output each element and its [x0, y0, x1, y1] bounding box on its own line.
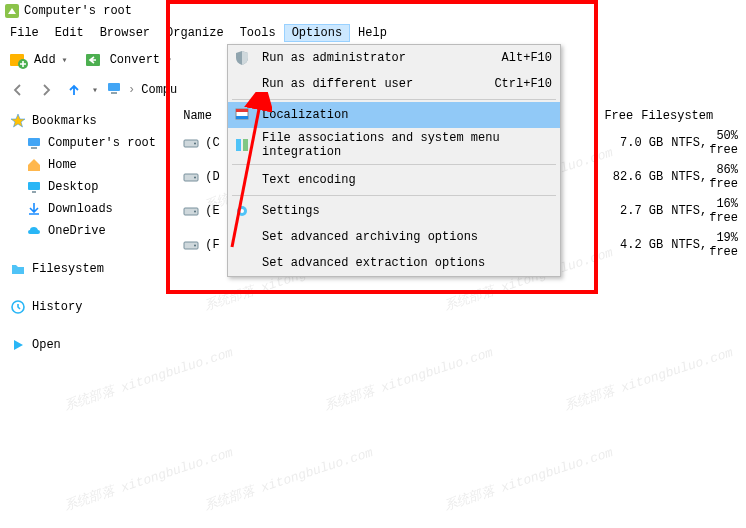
cell-fs: NTFS,	[663, 204, 709, 218]
sidebar-filesystem[interactable]: Filesystem	[10, 258, 165, 280]
sidebar-item-label: Desktop	[48, 180, 98, 194]
assoc-icon	[232, 135, 252, 155]
cloud-icon	[26, 223, 42, 239]
svg-rect-7	[31, 147, 37, 149]
sidebar-item-computers-root[interactable]: Computer's root	[10, 132, 165, 154]
menu-item-run-as-administrator[interactable]: Run as administratorAlt+F10	[228, 45, 560, 71]
watermark: 系统部落 xitongbuluo.com	[202, 443, 376, 515]
download-icon	[26, 201, 42, 217]
svg-point-16	[194, 211, 196, 213]
menu-options[interactable]: Options	[284, 24, 350, 42]
menu-separator	[232, 164, 556, 165]
desktop-icon	[26, 179, 42, 195]
menu-help[interactable]: Help	[350, 24, 395, 42]
chevron-down-icon[interactable]: ▾	[92, 84, 98, 96]
menu-separator	[232, 99, 556, 100]
menu-item-run-as-different-user[interactable]: Run as different userCtrl+F10	[228, 71, 560, 97]
svg-rect-21	[236, 116, 248, 119]
add-button[interactable]: Add ▾	[8, 50, 68, 70]
menu-item-shortcut: Alt+F10	[502, 51, 552, 65]
sidebar-bookmarks-label: Bookmarks	[32, 114, 97, 128]
menu-bar: File Edit Browser Organize Tools Options…	[0, 22, 746, 44]
sidebar-item-desktop[interactable]: Desktop	[10, 176, 165, 198]
cell-pct: 19% free	[709, 231, 738, 259]
menu-item-text-encoding[interactable]: Text encoding	[228, 167, 560, 193]
computer-icon	[106, 80, 122, 100]
up-button[interactable]	[64, 80, 84, 100]
svg-point-14	[194, 177, 196, 179]
menu-browser[interactable]: Browser	[92, 24, 158, 42]
menu-item-label: File associations and system menu integr…	[262, 131, 552, 159]
sidebar-history[interactable]: History	[10, 296, 165, 318]
svg-rect-20	[236, 109, 248, 112]
drive-icon	[183, 237, 199, 253]
cell-free: 2.7 GB	[607, 204, 663, 218]
sidebar-item-label: OneDrive	[48, 224, 106, 238]
svg-rect-23	[243, 139, 248, 151]
sidebar-bookmarks[interactable]: Bookmarks	[10, 110, 165, 132]
app-icon	[4, 3, 20, 19]
menu-organize[interactable]: Organize	[158, 24, 232, 42]
sidebar-open[interactable]: Open	[10, 334, 165, 356]
back-button[interactable]	[8, 80, 28, 100]
svg-rect-8	[28, 182, 40, 190]
svg-rect-4	[108, 83, 120, 91]
cell-pct: 86% free	[709, 163, 738, 191]
add-label: Add	[34, 53, 56, 67]
watermark: 系统部落 xitongbuluo.com	[442, 443, 616, 515]
col-free[interactable]: Free	[591, 109, 633, 123]
sidebar-item-label: Downloads	[48, 202, 113, 216]
sidebar-item-label: Computer's root	[48, 136, 156, 150]
chevron-down-icon: ▾	[166, 54, 172, 66]
window-title: Computer's root	[24, 4, 132, 18]
chevron-down-icon: ▾	[62, 54, 68, 66]
drive-icon	[183, 169, 199, 185]
blank-icon	[232, 74, 252, 94]
cell-pct: 16% free	[709, 197, 738, 225]
breadcrumb[interactable]: › Compu	[106, 80, 177, 100]
sidebar-item-label: Home	[48, 158, 77, 172]
blank-icon	[232, 227, 252, 247]
svg-point-25	[240, 209, 244, 213]
cell-fs: NTFS,	[663, 170, 709, 184]
breadcrumb-label: Compu	[141, 83, 177, 97]
play-icon	[10, 337, 26, 353]
gear-icon	[232, 201, 252, 221]
menu-item-set-advanced-archiving-options[interactable]: Set advanced archiving options	[228, 224, 560, 250]
menu-separator	[232, 195, 556, 196]
convert-label: Convert	[110, 53, 160, 67]
menu-item-label: Run as administrator	[262, 51, 492, 65]
menu-item-label: Settings	[262, 204, 552, 218]
menu-item-label: Set advanced extraction options	[262, 256, 552, 270]
folder-icon	[10, 261, 26, 277]
computer-icon	[26, 135, 42, 151]
menu-item-set-advanced-extraction-options[interactable]: Set advanced extraction options	[228, 250, 560, 276]
shield-icon	[232, 48, 252, 68]
menu-item-localization[interactable]: Localization	[228, 102, 560, 128]
cell-free: 7.0 GB	[607, 136, 663, 150]
menu-edit[interactable]: Edit	[47, 24, 92, 42]
blank-icon	[232, 170, 252, 190]
blank-icon	[232, 253, 252, 273]
menu-item-label: Text encoding	[262, 173, 552, 187]
sidebar-history-label: History	[32, 300, 82, 314]
convert-button[interactable]: Convert ▾	[84, 50, 172, 70]
title-bar: Computer's root	[0, 0, 746, 22]
convert-icon	[84, 50, 104, 70]
sidebar-item-home[interactable]: Home	[10, 154, 165, 176]
menu-item-settings[interactable]: Settings	[228, 198, 560, 224]
sidebar-item-downloads[interactable]: Downloads	[10, 198, 165, 220]
history-icon	[10, 299, 26, 315]
sidebar: Bookmarks Computer's root Home Desktop D…	[0, 104, 175, 378]
cell-fs: NTFS,	[663, 238, 709, 252]
menu-file[interactable]: File	[2, 24, 47, 42]
drive-icon	[183, 203, 199, 219]
sidebar-filesystem-label: Filesystem	[32, 262, 104, 276]
menu-item-file-associations-and-system-menu-integration[interactable]: File associations and system menu integr…	[228, 128, 560, 162]
menu-tools[interactable]: Tools	[232, 24, 284, 42]
sidebar-item-onedrive[interactable]: OneDrive	[10, 220, 165, 242]
svg-rect-5	[111, 92, 117, 94]
col-filesystem[interactable]: Filesystem	[633, 109, 738, 123]
forward-button[interactable]	[36, 80, 56, 100]
menu-item-label: Set advanced archiving options	[262, 230, 552, 244]
